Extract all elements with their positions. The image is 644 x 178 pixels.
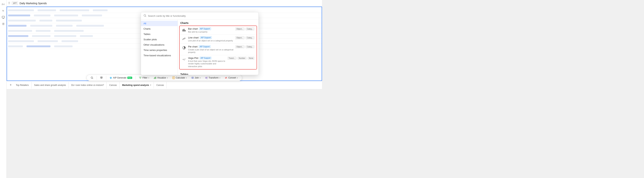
aip-generate-button[interactable]: AIP Generate New: [108, 76, 134, 80]
visualize-chevron: ▾: [167, 77, 168, 79]
tab-online-vs-instore[interactable]: Do I over index online vs instore?: [69, 82, 107, 88]
nav-item-scatter[interactable]: Scatter plots: [141, 37, 178, 42]
pie-chart-info: Pie chart AIP Support Create a pie chart…: [188, 45, 234, 54]
nav-item-timeseries[interactable]: Time series properties: [141, 47, 178, 53]
pie-chart-item[interactable]: Pie chart AIP Support Create a pie chart…: [180, 44, 256, 55]
vega-plot-item[interactable]: </> Vega Plot AIP Support A tool that us…: [180, 55, 256, 69]
vega-plot-info: Vega Plot AIP Support A tool that uses V…: [188, 57, 226, 68]
line-chart-icon: [182, 37, 186, 41]
visualize-icon: [154, 76, 156, 79]
line-chart-name: Line chart: [188, 36, 198, 39]
vega-plot-icon: </>: [182, 57, 186, 61]
convert-button[interactable]: Convert ▾: [223, 76, 240, 80]
calculate-icon: [172, 76, 175, 79]
tab-top-retailers-label: Top Retailers: [16, 84, 29, 86]
svg-rect-12: [156, 77, 156, 79]
filter-label: Filter: [142, 76, 148, 79]
svg-point-1: [3, 23, 4, 24]
line-chart-tags: Object... › Categ...: [235, 36, 254, 39]
settings-icon[interactable]: [1, 21, 6, 26]
visualize-button[interactable]: Visualize ▾: [152, 76, 170, 80]
visualize-label: Visualize: [157, 76, 166, 79]
tab-canvas-2-label: Canvas: [156, 84, 164, 86]
divider-3: [136, 76, 136, 80]
bar-tag-2: Categ...: [246, 27, 254, 30]
nav-item-charts[interactable]: Charts: [141, 26, 178, 31]
calculate-button[interactable]: Calculate ▾: [170, 76, 189, 80]
nav-item-tables[interactable]: Tables: [141, 31, 178, 37]
charts-section-header: Charts: [178, 20, 258, 25]
join-icon: [191, 76, 194, 79]
bar-chart-info: Bar chart AIP Support Bar plot by a prop…: [188, 27, 234, 33]
line-tag-2: Categ...: [246, 36, 254, 39]
book-button[interactable]: [98, 76, 105, 80]
tab-canvas-2[interactable]: Canvas: [154, 82, 167, 88]
transform-button[interactable]: Transform ▾: [203, 76, 222, 80]
svg-rect-3: [182, 29, 183, 31]
svg-text:</>: </>: [182, 58, 186, 61]
pie-chart-desc: Create a pie chart of an object set on a…: [188, 48, 234, 54]
svg-marker-9: [110, 77, 112, 79]
filter-button[interactable]: Filter ▾: [137, 76, 151, 80]
bar-chart-name: Bar chart: [188, 27, 198, 30]
bar-chart-item[interactable]: Bar chart AIP Support Bar plot by a prop…: [180, 26, 256, 35]
dropdown-overlay: All Charts Tables Scatter plots Other vi…: [141, 12, 259, 75]
join-label: Join: [195, 76, 199, 79]
tab-marketing-spend[interactable]: Marketing spend analysis ▾: [120, 82, 154, 88]
dropdown-body: All Charts Tables Scatter plots Other vi…: [141, 20, 258, 75]
svg-rect-0: [2, 16, 4, 18]
monitor-icon[interactable]: [1, 15, 6, 20]
bar-chart-tags: Object... › Categ...: [235, 27, 254, 30]
dropdown-content: Charts: [178, 20, 258, 75]
new-badge: New: [127, 77, 132, 79]
pie-tag-2: Categ...: [246, 45, 254, 48]
nav-item-all[interactable]: All: [141, 21, 178, 26]
formula-icon[interactable]: f(x): [1, 1, 6, 7]
bottom-toolbar: AIP Generate New Filter ▾ Visualize: [86, 75, 242, 81]
calculate-label: Calculate: [176, 76, 185, 79]
pie-chart-name: Pie chart: [188, 45, 198, 48]
tab-online-vs-instore-label: Do I over index online vs instore?: [71, 84, 104, 86]
nav-item-timebased[interactable]: Time-based visualizations: [141, 53, 178, 58]
vega-plot-aip-badge: AIP Support: [200, 57, 212, 59]
join-button[interactable]: Join ▾: [189, 76, 202, 80]
nav-item-other[interactable]: Other visualizations: [141, 42, 178, 47]
vega-plot-desc: A tool that uses Vega-Lite JSON specs to…: [188, 60, 226, 68]
transform-label: Transform: [208, 76, 218, 79]
svg-rect-10: [154, 78, 154, 79]
svg-rect-4: [184, 29, 184, 31]
vega-plot-tags: Transl... › Number › None: [228, 57, 254, 60]
convert-chevron: ▾: [237, 77, 238, 79]
pie-tag-1: Object...: [235, 45, 244, 48]
line-chart-item[interactable]: Line chart AIP Support Line plot of an o…: [180, 35, 256, 44]
dropdown-caret: [198, 75, 202, 75]
tab-marketing-spend-label: Marketing spend analysis: [122, 84, 149, 86]
tab-sales-growth[interactable]: Sales and share growth analysis: [32, 82, 69, 88]
search-input[interactable]: [148, 14, 256, 17]
pie-chart-tags: Object... › Categ...: [235, 45, 254, 48]
book-icon: [100, 76, 103, 79]
left-sidebar: f(x) fx: [0, 0, 7, 89]
search-bar: [141, 12, 258, 20]
fx-icon[interactable]: fx: [1, 8, 6, 13]
svg-rect-11: [155, 77, 155, 79]
line-chart-info: Line chart AIP Support Line plot of an o…: [188, 36, 234, 42]
vega-tag-3: None: [248, 57, 254, 60]
svg-rect-5: [185, 30, 186, 31]
tab-canvas-1[interactable]: Canvas: [107, 82, 120, 88]
calculate-chevron: ▾: [186, 77, 187, 79]
drag-handle[interactable]: ⠿: [8, 1, 10, 5]
transform-icon: [205, 76, 208, 79]
tab-top-retailers[interactable]: Top Retailers: [13, 82, 32, 88]
bar-chart-aip-badge: AIP Support: [199, 27, 211, 30]
sheet-badge: $FF: [12, 1, 18, 5]
add-tab-button[interactable]: +: [8, 83, 13, 88]
aip-generate-label: AIP Generate: [113, 76, 126, 79]
tab-marketing-chevron: ▾: [150, 84, 151, 86]
search-button[interactable]: [89, 76, 95, 80]
vega-tag-2: Number: [238, 57, 246, 60]
bar-chart-icon: [182, 28, 186, 32]
line-chart-desc: Line plot of an object set on a categori…: [188, 39, 234, 42]
filter-icon: [139, 76, 142, 79]
bar-tag-1: Object...: [235, 27, 244, 30]
